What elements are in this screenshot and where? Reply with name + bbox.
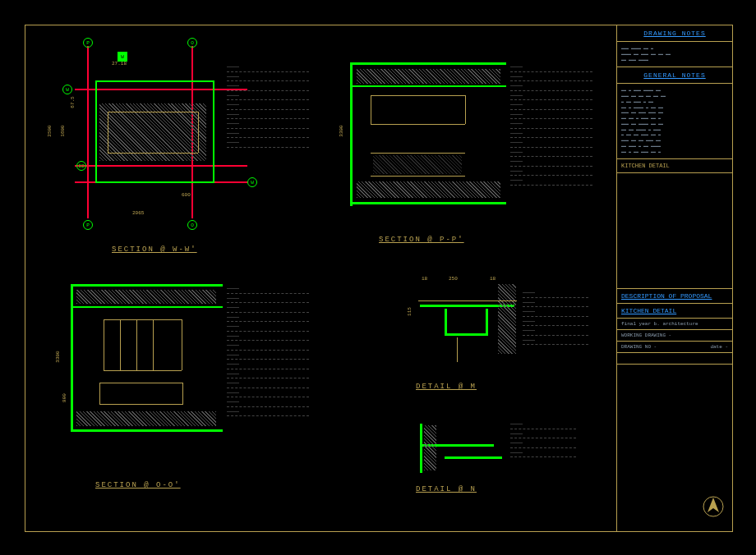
section-ww: P O P O W W D2 W 2500 1600 67.5 27.18 60… bbox=[50, 38, 297, 243]
dim-3300-oo: 3300 bbox=[55, 351, 61, 362]
dim-2500: 2500 bbox=[47, 125, 53, 136]
tb-date: date - bbox=[710, 344, 728, 350]
grid-p-bot: P bbox=[83, 220, 93, 230]
caption-n: DETAIL @ N bbox=[416, 485, 477, 493]
dim-600: 600 bbox=[182, 192, 191, 198]
tb-drawing-no-row: DRAWING NO - date - bbox=[617, 342, 732, 353]
dim-1600: 1600 bbox=[60, 125, 66, 136]
dim-2065: 2065 bbox=[132, 210, 144, 216]
dim-3300-pp: 3300 bbox=[339, 125, 344, 136]
tb-drawing-notes-header: DRAWING NOTES bbox=[617, 25, 732, 42]
grid-w-left: W bbox=[62, 85, 72, 94]
section-pp: 3300 ————— ————— ————— ————— ————— —————… bbox=[334, 46, 580, 235]
dim-18b: 18 bbox=[490, 276, 496, 282]
tb-drawing-title: KITCHEN DETAIL bbox=[617, 159, 732, 173]
tb-studio: final year b. architecture bbox=[617, 319, 732, 330]
drawing-area: P O P O W W D2 W 2500 1600 67.5 27.18 60… bbox=[25, 25, 617, 531]
titleblock: DRAWING NOTES ▬▬▬ ▬▬▬▬ ▬▬ ▬▬▬▬▬ ▬▬ ▬▬▬ ▬… bbox=[616, 25, 732, 531]
caption-m: DETAIL @ M bbox=[416, 383, 477, 391]
dim-800: 800 bbox=[62, 393, 67, 402]
detail-m: 115 18 250 18 ————— ————— ————— ————— ——… bbox=[371, 264, 576, 387]
detail-n: ————— ————— ————— ————— bbox=[379, 407, 568, 489]
grid-w-right: W bbox=[247, 177, 257, 187]
grid-d2: D2 bbox=[76, 161, 86, 171]
dim-2718: 27.18 bbox=[112, 61, 127, 67]
tb-general-notes-header: GENERAL NOTES bbox=[617, 67, 732, 84]
caption-pp: SECTION @ P-P' bbox=[379, 236, 464, 244]
tb-working-drawing: WORKING DRAWING - bbox=[617, 330, 732, 342]
grid-o-bot: O bbox=[187, 220, 197, 230]
oo-leaders: ————— ————— ————— ————— ————— ————— ————… bbox=[227, 284, 309, 419]
ww-leaders: ————— ————— ————— ————— ————— ————— ————… bbox=[227, 62, 309, 150]
dim-115: 115 bbox=[407, 307, 413, 316]
dim-18a: 18 bbox=[422, 276, 427, 282]
tb-general-notes-body: ▬▬ ▬ ▬▬▬ ▬▬▬▬ ▬▬▬▬▬ ▬▬ ▬▬ ▬▬ ▬▬ ▬▬▬ ▬▬ ▬… bbox=[617, 84, 732, 159]
grid-p-top: P bbox=[83, 38, 93, 48]
section-oo: 3300 800 ————— ————— ————— ————— ————— —… bbox=[50, 272, 297, 477]
tb-desc-header: DESCRIPTION OF PROPOSAL bbox=[617, 289, 732, 304]
pp-leaders: ————— ————— ————— ————— ————— ————— ————… bbox=[510, 62, 592, 188]
tb-desc-value: KITCHEN DETAIL bbox=[617, 304, 732, 319]
caption-ww: SECTION @ W-W' bbox=[112, 245, 197, 254]
m-leaders: ————— ————— ————— ————— ————— ————— bbox=[523, 288, 588, 347]
north-arrow-icon bbox=[703, 496, 724, 521]
grid-o-top: O bbox=[187, 38, 197, 48]
tb-spacer bbox=[617, 173, 732, 289]
tb-blank-row bbox=[617, 353, 732, 365]
drawing-sheet: P O P O W W D2 W 2500 1600 67.5 27.18 60… bbox=[25, 25, 733, 532]
dim-675: 67.5 bbox=[70, 96, 76, 108]
dim-250: 250 bbox=[449, 276, 458, 282]
n-leaders: ————— ————— ————— ————— bbox=[510, 420, 576, 460]
tb-drawing-no: DRAWING NO - bbox=[621, 344, 657, 350]
tb-drawing-notes-body: ▬▬▬ ▬▬▬▬ ▬▬ ▬▬▬▬▬ ▬▬ ▬▬▬ ▬▬ ▬▬ ▬▬▬▬ ▬▬▬ … bbox=[617, 42, 732, 67]
caption-oo: SECTION @ O-O' bbox=[95, 481, 181, 489]
